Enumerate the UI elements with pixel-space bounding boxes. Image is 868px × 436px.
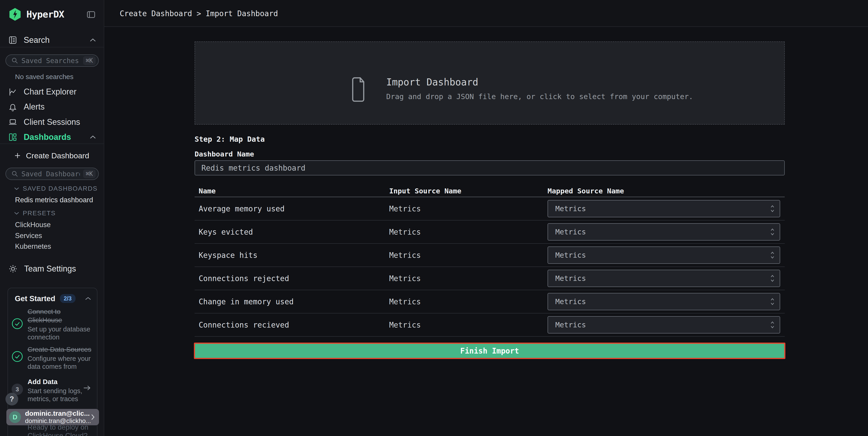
hyperdx-logo-icon (9, 8, 21, 21)
sidebar-item-team-settings[interactable]: Team Settings (0, 262, 104, 276)
bell-icon (8, 102, 17, 111)
table-row: Keyspace hits Metrics Metrics (194, 244, 785, 267)
row-input-source: Metrics (389, 274, 548, 283)
sidebar-item-client-sessions[interactable]: Client Sessions (0, 115, 104, 129)
mapped-source-select[interactable]: Metrics (548, 270, 780, 287)
mapping-table: Name Input Source Name Mapped Source Nam… (194, 187, 785, 337)
mapped-source-select[interactable]: Metrics (548, 293, 780, 310)
user-email: dominic.tran@clickho... (25, 417, 87, 425)
group-header-label: SAVED DASHBOARDS (23, 185, 98, 192)
select-chevrons-icon (770, 251, 775, 259)
dropzone-title: Import Dashboard (386, 77, 693, 88)
saved-dashboards-searchbox[interactable]: ⌘K (5, 168, 99, 180)
shortcut-badge: ⌘K (83, 170, 96, 178)
chart-explorer-icon (8, 87, 17, 96)
dashboard-name-input[interactable] (194, 161, 785, 175)
saved-dashboards-group-header[interactable]: SAVED DASHBOARDS (14, 185, 98, 192)
sidebar-item-label: Dashboards (24, 132, 71, 142)
chevron-right-icon (91, 414, 95, 420)
row-name: Average memory used (199, 204, 389, 213)
dropzone-subtitle: Drag and drop a JSON file here, or click… (386, 92, 693, 101)
mapped-source-select[interactable]: Metrics (548, 316, 780, 333)
topbar: Create Dashboard > Import Dashboard (104, 0, 868, 27)
app-title: HyperDX (26, 9, 64, 20)
task-title: Create Data Sources (28, 345, 96, 353)
breadcrumb: Create Dashboard > Import Dashboard (120, 0, 278, 27)
help-button[interactable]: ? (5, 393, 18, 405)
sidebar-preset-kubernetes[interactable]: Kubernetes (15, 242, 51, 251)
divider (0, 47, 104, 48)
user-name: dominic.tran@clic... (25, 410, 87, 417)
mapped-source-select[interactable]: Metrics (548, 200, 780, 217)
gear-icon (8, 264, 18, 273)
chevron-up-icon (90, 135, 96, 139)
task-description: Set up your database connection (28, 325, 96, 341)
chevron-up-icon (85, 297, 91, 300)
column-header-name: Name (199, 187, 389, 195)
check-circle-icon (11, 318, 23, 330)
sidebar-item-dashboards[interactable]: Dashboards (0, 129, 104, 145)
row-name: Connections rejected (199, 274, 389, 283)
select-chevrons-icon (770, 321, 775, 329)
get-started-item[interactable]: Create Data Sources Configure where your… (28, 345, 96, 371)
row-name: Connections recieved (199, 320, 389, 329)
chevron-up-icon (90, 38, 96, 42)
import-dashboard-page: Import Dashboard Drag and drop a JSON fi… (194, 0, 785, 436)
column-header-mapped-source: Mapped Source Name (548, 187, 624, 195)
get-started-title: Get Started (15, 294, 55, 303)
sidebar-item-label: Chart Explorer (24, 87, 76, 96)
laptop-icon (8, 118, 17, 127)
progress-badge: 2/3 (60, 294, 75, 303)
sidebar-item-alerts[interactable]: Alerts (0, 99, 104, 114)
saved-searches-input[interactable] (21, 57, 80, 65)
saved-searches-searchbox[interactable]: ⌘K (5, 54, 99, 67)
sidebar-collapse-icon[interactable] (87, 10, 96, 19)
table-row: Change in memory used Metrics Metrics (194, 290, 785, 314)
select-chevrons-icon (770, 228, 775, 236)
chevron-down-icon (14, 187, 19, 190)
saved-dashboards-input[interactable] (21, 170, 80, 178)
mapped-source-select[interactable]: Metrics (548, 246, 780, 264)
dashboards-icon (8, 133, 17, 142)
user-profile-button[interactable]: D dominic.tran@clic... dominic.tran@clic… (6, 409, 99, 425)
row-input-source: Metrics (389, 297, 548, 306)
table-header-row: Name Input Source Name Mapped Source Nam… (194, 187, 785, 197)
search-icon (11, 57, 18, 64)
table-row: Connections rejected Metrics Metrics (194, 267, 785, 290)
sidebar-preset-clickhouse[interactable]: ClickHouse (15, 221, 51, 229)
table-row: Keys evicted Metrics Metrics (194, 221, 785, 244)
dashboard-name-label: Dashboard Name (194, 150, 254, 158)
task-description: Start sending logs, metrics, or traces (28, 387, 85, 403)
row-name: Keys evicted (199, 228, 389, 236)
json-file-dropzone[interactable]: Import Dashboard Drag and drop a JSON fi… (194, 41, 785, 125)
task-description: Configure where your data comes from (28, 355, 96, 371)
row-input-source: Metrics (389, 320, 548, 329)
mapped-source-select[interactable]: Metrics (548, 223, 780, 240)
team-settings-label: Team Settings (24, 264, 76, 273)
column-header-input-source: Input Source Name (389, 187, 548, 195)
presets-group-header[interactable]: PRESETS (14, 210, 56, 217)
search-icon (11, 170, 18, 177)
get-started-item[interactable]: Add Data Start sending logs, metrics, or… (28, 377, 85, 403)
search-section-icon (8, 35, 17, 45)
sidebar-item-chart-explorer[interactable]: Chart Explorer (0, 84, 104, 99)
divider (0, 144, 104, 144)
row-name: Change in memory used (199, 297, 389, 306)
task-title: Add Data (28, 377, 85, 386)
sidebar-dashboard-redis-metrics[interactable]: Redis metrics dashboard (15, 196, 93, 204)
get-started-item[interactable]: Connect to ClickHouse Set up your databa… (28, 307, 96, 341)
step-label: Step 2: Map Data (194, 135, 265, 144)
create-dashboard-button[interactable]: Create Dashboard (0, 149, 104, 162)
sidebar-item-label: Client Sessions (24, 117, 80, 127)
select-chevrons-icon (770, 205, 775, 212)
create-dashboard-label: Create Dashboard (26, 151, 89, 160)
no-saved-searches-text: No saved searches (15, 73, 73, 81)
sidebar-section-search[interactable]: Search (0, 33, 104, 48)
sidebar-preset-services[interactable]: Services (15, 232, 42, 240)
search-section-label: Search (24, 35, 50, 45)
plus-icon (14, 152, 21, 159)
get-started-header[interactable]: Get Started 2/3 (15, 294, 91, 303)
row-name: Keyspace hits (199, 251, 389, 260)
arrow-right-icon[interactable] (83, 385, 91, 391)
finish-import-button[interactable]: Finish Import (194, 343, 785, 359)
